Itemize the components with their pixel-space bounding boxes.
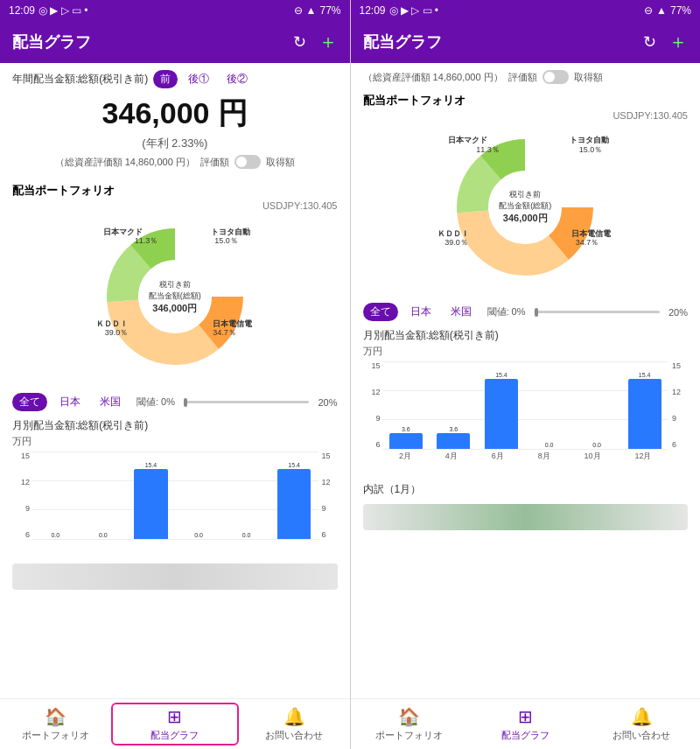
- portfolio-title-left: 配当ポートフォリオ: [12, 183, 338, 199]
- slider-left[interactable]: [184, 401, 309, 403]
- m8-right: 8月: [538, 451, 550, 462]
- donut-wrapper-right: 税引き前 配当金額(総額) 346,000円 日本マクド 11.3％ トヨタ自動…: [438, 130, 612, 284]
- portfolio-section-left: 配当ポートフォリオ USDJPY:130.405: [0, 181, 350, 389]
- filter-bar-right: 全て 日本 米国 閾値: 0% 20%: [351, 299, 701, 325]
- bar-col-dec-left: 15.4: [270, 462, 318, 539]
- add-icon-right[interactable]: ＋: [668, 29, 688, 55]
- tab-next2-left[interactable]: 後②: [220, 70, 255, 88]
- filter-bar-left: 全て 日本 米国 閾値: 0% 20%: [0, 389, 350, 415]
- filter-all-right[interactable]: 全て: [363, 303, 398, 321]
- bar-jun-right: [485, 379, 518, 449]
- filter-japan-left[interactable]: 日本: [52, 393, 88, 411]
- donut-center-text-left: 税引き前 配当金額(総額) 346,000円: [149, 279, 201, 315]
- circle-icon-left: ⊖: [294, 4, 303, 17]
- chart-ylabel-left: 万円: [12, 435, 338, 448]
- tab-next1-left[interactable]: 後①: [181, 70, 216, 88]
- nav-portfolio-left[interactable]: 🏠 ポートフォリオ: [0, 706, 111, 742]
- pct-toyota-right: 15.0％: [579, 144, 603, 156]
- ry6-left: 6: [322, 530, 338, 539]
- nav-contact-right[interactable]: 🔔 お問い合わせ: [584, 706, 700, 742]
- bar-val-feb-left: 0.0: [51, 532, 60, 538]
- nav-divgraph-label-right: 配当グラフ: [501, 729, 550, 742]
- center-line2-left: 配当金額(総額): [149, 290, 201, 302]
- content-left: 年間配当金額:総額(税引き前) 前 後① 後② 346,000 円 (年利 2.…: [0, 63, 350, 749]
- yield-left: (年利 2.33%): [12, 136, 338, 151]
- tab-prev-left[interactable]: 前: [153, 70, 178, 88]
- bar-dec-left: [277, 469, 311, 539]
- bar-col-jun-right: 15.4: [478, 372, 526, 449]
- bar-dec-right: [628, 379, 662, 449]
- filter-japan-right[interactable]: 日本: [403, 303, 438, 321]
- add-icon-left[interactable]: ＋: [318, 29, 338, 55]
- pct-ntt-left: 34.7％: [213, 327, 236, 339]
- center-line1-right: 税引き前: [499, 189, 551, 200]
- bars-left: 0.0 0.0 15.4 0.0: [32, 452, 318, 539]
- center-line1-left: 税引き前: [149, 279, 201, 290]
- portfolio-title-right: 配当ポートフォリオ: [363, 93, 689, 108]
- usd-rate-right: USDJPY:130.405: [363, 110, 689, 121]
- bars-right: 3.6 3.6 15.4 0.0: [382, 361, 669, 449]
- header-icons-right: ↻ ＋: [643, 29, 688, 55]
- m4-right: 4月: [445, 451, 458, 462]
- nav-divgraph-right[interactable]: ⊞ 配当グラフ: [467, 706, 584, 742]
- ry12-left: 12: [322, 478, 338, 486]
- bar-val-feb-right: 3.6: [402, 426, 410, 432]
- month-labels-right: 2月 4月 6月 8月 10月 12月: [382, 451, 669, 462]
- ry9-r: 9: [672, 414, 688, 423]
- nav-divgraph-left[interactable]: ⊞ 配当グラフ: [111, 703, 240, 746]
- bar-col-feb-left: 0.0: [32, 532, 80, 539]
- bar-val-apr-left: 0.0: [99, 532, 108, 538]
- bar-col-feb-right: 3.6: [382, 426, 430, 449]
- nav-portfolio-right[interactable]: 🏠 ポートフォリオ: [351, 706, 467, 742]
- bar-val-dec-right: 15.4: [639, 372, 651, 378]
- internal-section-right: 内訳（1月）: [351, 475, 701, 497]
- total-assets-right: （総資産評価額 14,860,000 円）: [363, 71, 503, 84]
- ry9-left: 9: [322, 504, 338, 513]
- y12-right: 12: [363, 388, 381, 396]
- annual-label-left: 年間配当金額:総額(税引き前): [12, 72, 148, 87]
- donut-container-left: 税引き前 配当金額(総額) 346,000円 日本マクド 11.3％ トヨタ自動…: [12, 218, 338, 375]
- nav-portfolio-label-right: ポートフォリオ: [375, 729, 443, 742]
- bell-icon-right: 🔔: [631, 706, 653, 727]
- left-screen: 12:09 ◎ ▶ ▷ ▭ • ⊖ ▲ 77% 配当グラフ ↻ ＋ 年間配当金額…: [0, 0, 350, 749]
- nav-contact-left[interactable]: 🔔 お問い合わせ: [239, 706, 350, 742]
- status-right-left: ⊖ ▲ 77%: [294, 4, 341, 17]
- m2-right: 2月: [399, 451, 411, 462]
- bottom-nav-left: 🏠 ポートフォリオ ⊞ 配当グラフ 🔔 お問い合わせ: [0, 698, 350, 749]
- wifi-icon-right: ▲: [656, 4, 667, 17]
- status-time-left: 12:09 ◎ ▶ ▷ ▭ •: [9, 4, 88, 17]
- filter-us-left[interactable]: 米国: [93, 393, 128, 411]
- toggle-label2-right: 取得額: [574, 71, 603, 84]
- refresh-icon-right[interactable]: ↻: [643, 32, 656, 52]
- content-right: （総資産評価額 14,860,000 円） 評価額 取得額 配当ポートフォリオ …: [351, 63, 701, 749]
- header-right: 配当グラフ ↻ ＋: [351, 21, 701, 63]
- bar-val-aug-right: 0.0: [545, 442, 554, 448]
- wifi-icon-left: ▲: [306, 4, 317, 17]
- toggle-label2-left: 取得額: [266, 156, 295, 169]
- sub-info-left: （総資産評価額 14,860,000 円） 評価額 取得額: [12, 155, 338, 169]
- slider-right[interactable]: [535, 311, 660, 313]
- y6-right: 6: [363, 440, 381, 449]
- bar-feb-right: [389, 433, 423, 449]
- y-axis-right-left: 15 12 9 6: [320, 452, 338, 539]
- nav-contact-label-right: お問い合わせ: [612, 729, 670, 742]
- y6-left: 6: [12, 530, 30, 539]
- battery-right: 77%: [670, 4, 691, 17]
- annual-label-row-left: 年間配当金額:総額(税引き前) 前 後① 後②: [12, 70, 338, 88]
- grid4-right: [382, 449, 669, 450]
- filter-all-left[interactable]: 全て: [12, 393, 47, 411]
- grid-icon-left: ⊞: [167, 706, 182, 727]
- toggle-left[interactable]: [234, 155, 261, 169]
- donut-wrapper-left: 税引き前 配当金額(総額) 346,000円 日本マクド 11.3％ トヨタ自動…: [96, 218, 254, 375]
- toggle-right[interactable]: [542, 70, 569, 84]
- center-line3-right: 346,000円: [499, 212, 551, 225]
- home-icon-right: 🏠: [398, 706, 420, 727]
- y-axis-right-chart: 15 12 9 6: [363, 361, 381, 449]
- bar-col-apr-right: 3.6: [430, 426, 478, 449]
- y9-right: 9: [363, 414, 381, 423]
- bar-col-oct-left: 0.0: [222, 532, 270, 539]
- header-icons-left: ↻ ＋: [293, 29, 338, 55]
- refresh-icon-left[interactable]: ↻: [293, 32, 306, 52]
- filter-us-right[interactable]: 米国: [444, 303, 479, 321]
- bar-col-aug-right: 0.0: [525, 442, 573, 449]
